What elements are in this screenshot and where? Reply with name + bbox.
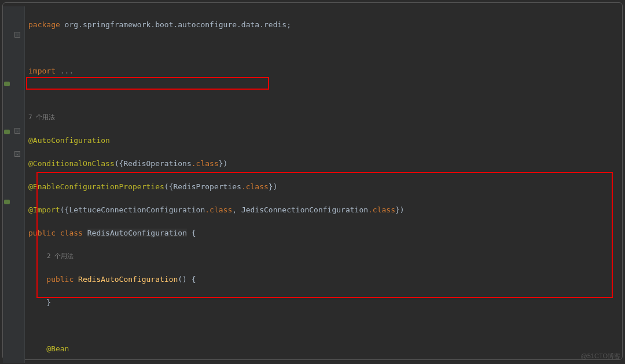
class-ref: JedisConnectionConfiguration (241, 205, 368, 214)
annotation: @EnableConfigurationProperties (28, 182, 164, 191)
fold-icon[interactable]: - (14, 128, 20, 134)
keyword: .class (192, 159, 219, 168)
folded-text[interactable]: ... (56, 67, 73, 75)
keyword: import (28, 67, 56, 75)
package-path: org.springframework.boot.autoconfigure.d… (60, 20, 291, 29)
class-ref: RedisOperations (123, 159, 191, 168)
code-editor[interactable]: - - - package org.springframework.boot.a… (2, 2, 623, 360)
keyword: .class (205, 205, 232, 214)
keyword: public (46, 275, 73, 284)
marker-icon (4, 200, 10, 204)
class-name: RedisAutoConfiguration (87, 229, 187, 237)
annotation: @AutoConfiguration (28, 136, 110, 145)
keyword: package (28, 20, 60, 29)
annotation: @Bean (46, 344, 69, 353)
class-ref: RedisProperties (173, 182, 241, 191)
watermark: @51CTO博客 (581, 350, 620, 362)
code-content[interactable]: package org.springframework.boot.autocon… (28, 6, 622, 364)
annotation: @ConditionalOnClass (28, 159, 115, 168)
marker-icon (4, 82, 10, 86)
constructor: RedisAutoConfiguration (78, 275, 178, 284)
fold-icon[interactable]: - (14, 151, 20, 157)
usage-hint[interactable]: 2 个用法 (28, 251, 622, 262)
keyword: .class (368, 205, 395, 214)
keyword: class (60, 229, 83, 237)
marker-icon (4, 130, 10, 134)
class-ref: LettuceConnectionConfiguration (69, 205, 205, 214)
gutter: - - - (3, 6, 25, 363)
annotation: @Import (28, 205, 60, 214)
keyword: .class (241, 182, 269, 191)
usage-hint[interactable]: 7 个用法 (28, 112, 622, 123)
fold-icon[interactable]: - (14, 32, 20, 38)
keyword: public (28, 229, 56, 237)
